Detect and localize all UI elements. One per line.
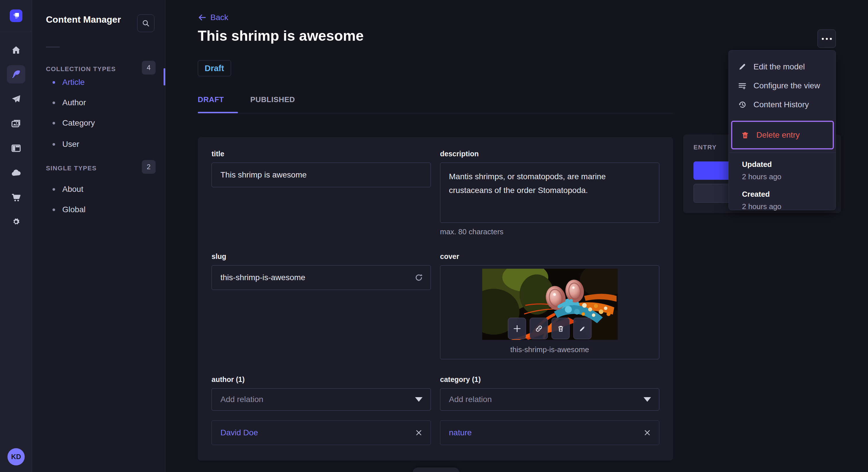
field-category: category (1) Add relation nature bbox=[440, 375, 659, 445]
ellipsis-icon bbox=[822, 38, 824, 40]
settings-gear-icon[interactable] bbox=[7, 213, 25, 231]
sidebar-item-global[interactable]: Global bbox=[32, 200, 165, 219]
search-icon bbox=[142, 19, 150, 28]
bullet-icon bbox=[53, 81, 55, 84]
sidebar-divider bbox=[46, 47, 60, 47]
category-relation-select[interactable]: Add relation bbox=[440, 388, 659, 411]
sidebar-item-article[interactable]: Article bbox=[32, 73, 165, 92]
rail-divider bbox=[0, 32, 32, 32]
menu-item-content-history[interactable]: Content History bbox=[729, 95, 836, 114]
search-button[interactable] bbox=[137, 14, 154, 32]
description-label: description bbox=[440, 150, 659, 158]
chevron-down-icon bbox=[644, 397, 651, 402]
marketplace-cart-icon[interactable] bbox=[7, 189, 25, 207]
section-single-types: SINGLE TYPES bbox=[46, 165, 97, 172]
author-label: author (1) bbox=[212, 375, 431, 384]
relation-link[interactable]: David Doe bbox=[220, 428, 258, 437]
bullet-icon bbox=[53, 102, 55, 104]
status-badge: Draft bbox=[198, 60, 231, 76]
back-arrow-icon bbox=[198, 13, 206, 22]
layout-card-icon[interactable] bbox=[7, 139, 25, 158]
remove-relation-icon[interactable] bbox=[414, 429, 423, 437]
field-cover: cover bbox=[440, 252, 659, 359]
bullet-icon bbox=[53, 188, 55, 191]
paper-plane-icon[interactable] bbox=[7, 90, 25, 108]
edit-asset-button[interactable] bbox=[574, 318, 592, 339]
bullet-icon bbox=[53, 208, 55, 211]
strapi-logo[interactable] bbox=[10, 9, 22, 22]
pencil-icon bbox=[738, 63, 747, 71]
menu-item-edit-model[interactable]: Edit the model bbox=[729, 57, 836, 76]
sidebar-item-user[interactable]: User bbox=[32, 135, 165, 154]
back-link[interactable]: Back bbox=[198, 13, 228, 22]
menu-divider bbox=[729, 153, 836, 153]
author-relation-item: David Doe bbox=[212, 420, 431, 445]
created-label: Created bbox=[742, 190, 781, 199]
more-actions-menu: Edit the model Configure the view Conten… bbox=[728, 50, 836, 210]
description-hint: max. 80 characters bbox=[440, 227, 659, 236]
content-manager-feather-icon[interactable] bbox=[7, 65, 25, 83]
created-value: 2 hours ago bbox=[742, 202, 781, 211]
tab-published[interactable]: PUBLISHED bbox=[250, 95, 295, 104]
section-collection-types: COLLECTION TYPES bbox=[46, 65, 116, 73]
version-tabs: DRAFT PUBLISHED bbox=[198, 95, 295, 104]
cover-asset-card: this-shrimp-is-awesome bbox=[440, 265, 659, 359]
cloud-icon[interactable] bbox=[7, 164, 25, 182]
trash-icon bbox=[741, 131, 749, 139]
collection-types-count-badge: 4 bbox=[142, 61, 156, 74]
relation-link[interactable]: nature bbox=[449, 428, 472, 437]
description-textarea[interactable]: Mantis shrimps, or stomatopods, are mari… bbox=[440, 163, 659, 223]
content-manager-sidebar: Content Manager COLLECTION TYPES 4 Artic… bbox=[32, 0, 165, 472]
add-asset-button[interactable] bbox=[508, 318, 526, 339]
regenerate-slug-icon[interactable] bbox=[414, 273, 423, 282]
history-clock-icon bbox=[738, 100, 747, 109]
updated-label: Updated bbox=[742, 160, 781, 169]
strapi-logo-glyph bbox=[12, 11, 20, 20]
home-icon[interactable] bbox=[7, 41, 25, 59]
main-nav-rail: KD bbox=[0, 0, 32, 472]
sidebar-item-about[interactable]: About bbox=[32, 180, 165, 198]
page-title: This shrimp is awesome bbox=[198, 28, 364, 44]
menu-item-configure-view[interactable]: Configure the view bbox=[729, 76, 836, 95]
bottom-floating-element bbox=[412, 467, 460, 472]
entry-meta: Updated 2 hours ago Created 2 hours ago bbox=[742, 160, 781, 211]
chevron-down-icon bbox=[415, 397, 423, 402]
media-library-icon[interactable] bbox=[7, 114, 25, 133]
field-description: description Mantis shrimps, or stomatopo… bbox=[440, 150, 659, 236]
bullet-icon bbox=[53, 143, 55, 146]
cover-actions bbox=[508, 318, 592, 339]
slug-input[interactable] bbox=[212, 265, 431, 290]
field-author: author (1) Add relation David Doe bbox=[212, 375, 431, 445]
field-title: title bbox=[212, 150, 431, 187]
entry-form-panel: title description Mantis shrimps, or sto… bbox=[198, 137, 673, 461]
active-tab-underline bbox=[198, 112, 238, 113]
field-slug: slug bbox=[212, 252, 431, 290]
cover-label: cover bbox=[440, 252, 659, 261]
user-avatar[interactable]: KD bbox=[7, 448, 25, 465]
delete-asset-button[interactable] bbox=[552, 318, 570, 339]
menu-item-delete-entry[interactable]: Delete entry bbox=[731, 121, 834, 149]
sidebar-item-author[interactable]: Author bbox=[32, 94, 165, 112]
category-label: category (1) bbox=[440, 375, 659, 384]
sidebar-item-category[interactable]: Category bbox=[32, 114, 165, 132]
title-input[interactable] bbox=[212, 163, 431, 187]
single-types-count-badge: 2 bbox=[142, 160, 156, 174]
cover-filename: this-shrimp-is-awesome bbox=[440, 345, 659, 354]
configure-list-icon bbox=[738, 81, 747, 90]
title-label: title bbox=[212, 150, 431, 158]
updated-value: 2 hours ago bbox=[742, 172, 781, 181]
author-relation-select[interactable]: Add relation bbox=[212, 388, 431, 411]
tab-draft[interactable]: DRAFT bbox=[198, 95, 224, 104]
copy-link-button[interactable] bbox=[530, 318, 548, 339]
sidebar-title: Content Manager bbox=[46, 14, 121, 25]
more-actions-button[interactable] bbox=[817, 30, 836, 48]
main-content: Back This shrimp is awesome Draft DRAFT … bbox=[165, 0, 868, 472]
entry-panel-title: ENTRY bbox=[693, 144, 717, 151]
slug-label: slug bbox=[212, 252, 431, 261]
remove-relation-icon[interactable] bbox=[643, 429, 652, 437]
category-relation-item: nature bbox=[440, 420, 659, 445]
bullet-icon bbox=[53, 122, 55, 125]
